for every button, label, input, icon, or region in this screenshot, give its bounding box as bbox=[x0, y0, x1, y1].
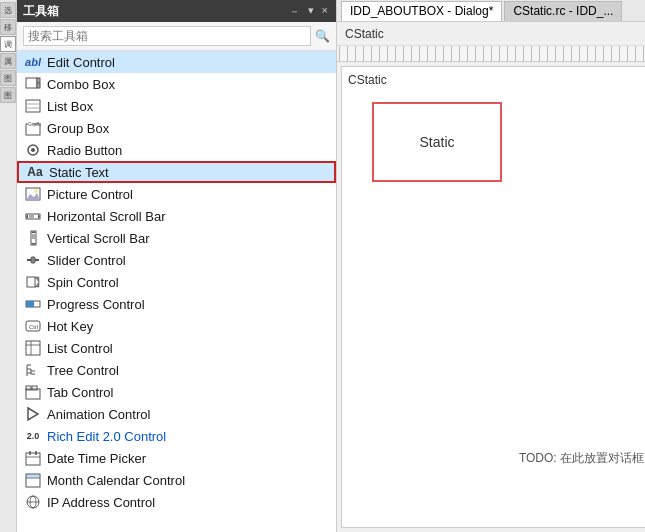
editor-header: CStatic bbox=[337, 22, 645, 46]
toolbox-title-controls: － ▾ × bbox=[287, 4, 330, 19]
picture-control-icon bbox=[25, 186, 41, 202]
left-strip-item-6[interactable]: 图 bbox=[0, 87, 16, 103]
horizontal-scroll-bar-label: Horizontal Scroll Bar bbox=[47, 209, 166, 224]
toolbox-item-progress-control[interactable]: Progress Control bbox=[17, 293, 336, 315]
combo-box-icon bbox=[25, 76, 41, 92]
main-content: 工具箱 － ▾ × 🔍 abl Edit Control Combo Box bbox=[17, 0, 645, 532]
search-icon: 🔍 bbox=[315, 29, 330, 43]
tree-control-label: Tree Control bbox=[47, 363, 119, 378]
ruler-mark bbox=[627, 46, 635, 62]
toolbox-item-spin-control[interactable]: Spin Control bbox=[17, 271, 336, 293]
ruler-mark bbox=[539, 46, 547, 62]
toolbox-item-rich-edit[interactable]: 2.0 Rich Edit 2.0 Control bbox=[17, 425, 336, 447]
vertical-scroll-bar-icon bbox=[25, 230, 41, 246]
toolbox-item-slider-control[interactable]: Slider Control bbox=[17, 249, 336, 271]
toolbox-item-static-text[interactable]: Aa Static Text bbox=[17, 161, 336, 183]
svg-rect-31 bbox=[26, 341, 40, 355]
svg-marker-12 bbox=[26, 193, 40, 200]
toolbox-item-radio-button[interactable]: Radio Button bbox=[17, 139, 336, 161]
ruler-mark bbox=[419, 46, 427, 62]
ruler-mark bbox=[443, 46, 451, 62]
hot-key-label: Hot Key bbox=[47, 319, 93, 334]
tree-control-icon bbox=[25, 362, 41, 378]
animation-control-label: Animation Control bbox=[47, 407, 150, 422]
toolbox-item-ip-address[interactable]: IP Address Control bbox=[17, 491, 336, 513]
svg-text:Ctrl: Ctrl bbox=[29, 324, 38, 330]
toolbox-item-tree-control[interactable]: Tree Control bbox=[17, 359, 336, 381]
cstatic-label: CStatic bbox=[348, 73, 387, 87]
animation-control-icon bbox=[25, 406, 41, 422]
toolbox-item-tab-control[interactable]: Tab Control bbox=[17, 381, 336, 403]
ruler-mark bbox=[395, 46, 403, 62]
static-box[interactable]: Static bbox=[372, 102, 502, 182]
svg-rect-45 bbox=[26, 453, 40, 465]
ruler-mark bbox=[523, 46, 531, 62]
svg-rect-51 bbox=[26, 474, 40, 478]
toolbox-item-group-box[interactable]: GrpBx Group Box bbox=[17, 117, 336, 139]
toolbox-item-edit-control[interactable]: abl Edit Control bbox=[17, 51, 336, 73]
ruler-mark bbox=[507, 46, 515, 62]
toolbox-item-animation-control[interactable]: Animation Control bbox=[17, 403, 336, 425]
slider-control-label: Slider Control bbox=[47, 253, 126, 268]
svg-rect-23 bbox=[31, 257, 35, 263]
toolbox-close-btn[interactable]: × bbox=[320, 4, 330, 19]
left-strip-item-4[interactable]: 属 bbox=[0, 53, 16, 69]
ruler-mark bbox=[635, 46, 643, 62]
ruler-mark bbox=[451, 46, 459, 62]
toolbox-item-vertical-scroll-bar[interactable]: Vertical Scroll Bar bbox=[17, 227, 336, 249]
svg-rect-15 bbox=[29, 214, 34, 219]
svg-marker-44 bbox=[28, 408, 38, 420]
editor-canvas[interactable]: CStatic Static TODO: 在此放置对话框 bbox=[341, 66, 645, 528]
rich-edit-icon: 2.0 bbox=[25, 428, 41, 444]
ruler-mark bbox=[355, 46, 363, 62]
tab-idd-aboutbox[interactable]: IDD_ABOUTBOX - Dialog* bbox=[341, 1, 502, 21]
left-strip-item-3[interactable]: 调 bbox=[0, 36, 16, 52]
ruler-mark bbox=[379, 46, 387, 62]
horizontal-scroll-bar-icon bbox=[25, 208, 41, 224]
toolbox-item-list-control[interactable]: List Control bbox=[17, 337, 336, 359]
static-text-label: Static Text bbox=[49, 165, 109, 180]
toolbox-titlebar: 工具箱 － ▾ × bbox=[17, 0, 336, 22]
edit-control-icon: abl bbox=[25, 54, 41, 70]
svg-point-10 bbox=[31, 148, 35, 152]
group-box-label: Group Box bbox=[47, 121, 109, 136]
ruler-mark bbox=[563, 46, 571, 62]
ruler-mark bbox=[467, 46, 475, 62]
toolbox-item-month-calendar[interactable]: Month Calendar Control bbox=[17, 469, 336, 491]
left-strip-item-2[interactable]: 移 bbox=[0, 19, 16, 35]
month-calendar-label: Month Calendar Control bbox=[47, 473, 185, 488]
ruler-mark bbox=[547, 46, 555, 62]
ruler-mark bbox=[483, 46, 491, 62]
toolbox-list: abl Edit Control Combo Box List Box bbox=[17, 51, 336, 532]
toolbox-item-picture-control[interactable]: Picture Control bbox=[17, 183, 336, 205]
toolbox-item-date-time-picker[interactable]: Date Time Picker bbox=[17, 447, 336, 469]
list-control-label: List Control bbox=[47, 341, 113, 356]
toolbox-item-hot-key[interactable]: Ctrl Hot Key bbox=[17, 315, 336, 337]
ruler-mark bbox=[571, 46, 579, 62]
left-toolbar: 选 移 调 属 图 图 bbox=[0, 0, 17, 532]
ip-address-icon bbox=[25, 494, 41, 510]
toolbox-item-list-box[interactable]: List Box bbox=[17, 95, 336, 117]
list-box-icon bbox=[25, 98, 41, 114]
tab-idd-aboutbox-label: IDD_ABOUTBOX - Dialog* bbox=[350, 4, 493, 18]
toolbox-auto-hide-btn[interactable]: ▾ bbox=[306, 4, 316, 19]
toolbox-panel: 工具箱 － ▾ × 🔍 abl Edit Control Combo Box bbox=[17, 0, 337, 532]
search-input[interactable] bbox=[23, 26, 311, 46]
toolbox-item-horizontal-scroll-bar[interactable]: Horizontal Scroll Bar bbox=[17, 205, 336, 227]
list-control-icon bbox=[25, 340, 41, 356]
tab-cstatic-rc[interactable]: CStatic.rc - IDD_... bbox=[504, 1, 622, 21]
ruler-mark bbox=[619, 46, 627, 62]
edit-control-label: Edit Control bbox=[47, 55, 115, 70]
toolbox-pin-btn[interactable]: － bbox=[287, 4, 302, 19]
spin-control-icon bbox=[25, 274, 41, 290]
ruler-mark bbox=[531, 46, 539, 62]
svg-marker-26 bbox=[35, 282, 39, 287]
svg-marker-25 bbox=[35, 277, 39, 282]
ip-address-label: IP Address Control bbox=[47, 495, 155, 510]
vertical-scroll-bar-label: Vertical Scroll Bar bbox=[47, 231, 150, 246]
editor-header-label: CStatic bbox=[345, 27, 384, 41]
left-strip-item-5[interactable]: 图 bbox=[0, 70, 16, 86]
group-box-icon: GrpBx bbox=[25, 120, 41, 136]
toolbox-item-combo-box[interactable]: Combo Box bbox=[17, 73, 336, 95]
left-strip-item-1[interactable]: 选 bbox=[0, 2, 16, 18]
